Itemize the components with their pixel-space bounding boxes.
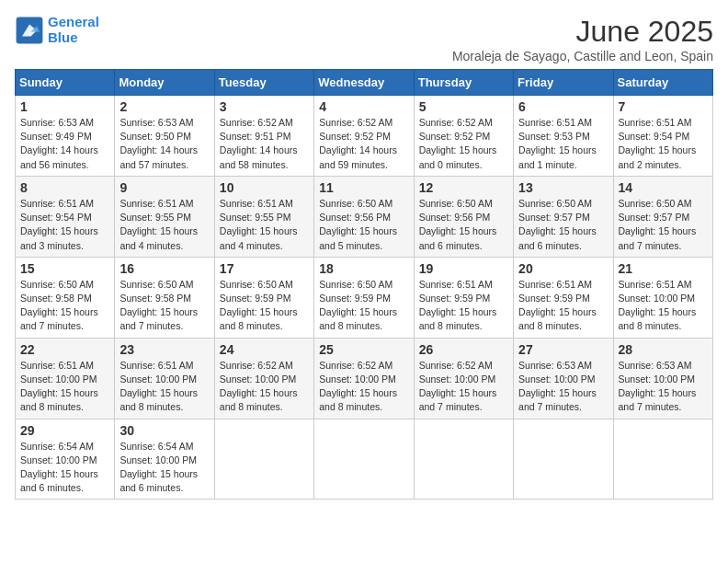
calendar-cell: 6Sunrise: 6:51 AM Sunset: 9:53 PM Daylig… — [514, 96, 613, 177]
day-info: Sunrise: 6:52 AM Sunset: 9:52 PM Dayligh… — [319, 116, 408, 172]
calendar-cell: 16Sunrise: 6:50 AM Sunset: 9:58 PM Dayli… — [115, 257, 214, 338]
calendar-cell: 26Sunrise: 6:52 AM Sunset: 10:00 PM Dayl… — [414, 338, 513, 419]
day-info: Sunrise: 6:52 AM Sunset: 9:52 PM Dayligh… — [419, 116, 508, 172]
day-number: 23 — [119, 342, 209, 357]
day-info: Sunrise: 6:51 AM Sunset: 9:59 PM Dayligh… — [518, 278, 608, 334]
calendar-cell: 28Sunrise: 6:53 AM Sunset: 10:00 PM Dayl… — [613, 338, 712, 419]
day-number: 4 — [319, 99, 408, 114]
day-header-tuesday: Tuesday — [214, 70, 313, 96]
day-info: Sunrise: 6:51 AM Sunset: 10:00 PM Daylig… — [119, 359, 209, 415]
day-info: Sunrise: 6:51 AM Sunset: 9:59 PM Dayligh… — [419, 278, 508, 334]
calendar-cell: 19Sunrise: 6:51 AM Sunset: 9:59 PM Dayli… — [414, 257, 513, 338]
day-info: Sunrise: 6:50 AM Sunset: 9:58 PM Dayligh… — [119, 278, 209, 334]
day-number: 27 — [518, 342, 608, 357]
day-info: Sunrise: 6:51 AM Sunset: 9:55 PM Dayligh… — [119, 197, 209, 253]
day-info: Sunrise: 6:51 AM Sunset: 9:54 PM Dayligh… — [619, 116, 708, 172]
calendar-cell: 9Sunrise: 6:51 AM Sunset: 9:55 PM Daylig… — [115, 176, 214, 257]
day-number: 20 — [518, 261, 608, 276]
day-info: Sunrise: 6:54 AM Sunset: 10:00 PM Daylig… — [20, 440, 109, 496]
day-info: Sunrise: 6:53 AM Sunset: 9:50 PM Dayligh… — [119, 116, 209, 172]
calendar-cell: 30Sunrise: 6:54 AM Sunset: 10:00 PM Dayl… — [115, 419, 214, 500]
day-number: 18 — [319, 261, 408, 276]
logo: General Blue — [15, 15, 99, 45]
logo-icon — [15, 16, 44, 45]
day-info: Sunrise: 6:53 AM Sunset: 10:00 PM Daylig… — [518, 359, 608, 415]
day-number: 5 — [419, 99, 508, 114]
day-info: Sunrise: 6:52 AM Sunset: 9:51 PM Dayligh… — [220, 116, 309, 172]
calendar-cell — [414, 419, 513, 500]
day-info: Sunrise: 6:52 AM Sunset: 10:00 PM Daylig… — [319, 359, 408, 415]
calendar-cell: 10Sunrise: 6:51 AM Sunset: 9:55 PM Dayli… — [214, 176, 313, 257]
calendar-cell: 11Sunrise: 6:50 AM Sunset: 9:56 PM Dayli… — [314, 176, 414, 257]
calendar-cell — [613, 419, 712, 500]
day-number: 16 — [119, 261, 209, 276]
calendar-header-row: SundayMondayTuesdayWednesdayThursdayFrid… — [16, 70, 713, 96]
calendar-cell: 25Sunrise: 6:52 AM Sunset: 10:00 PM Dayl… — [314, 338, 414, 419]
calendar-week-3: 15Sunrise: 6:50 AM Sunset: 9:58 PM Dayli… — [16, 257, 713, 338]
header: General Blue June 2025 Moraleja de Sayag… — [15, 15, 713, 63]
day-info: Sunrise: 6:50 AM Sunset: 9:59 PM Dayligh… — [220, 278, 309, 334]
day-info: Sunrise: 6:50 AM Sunset: 9:56 PM Dayligh… — [319, 197, 408, 253]
day-number: 30 — [119, 423, 209, 438]
calendar-cell — [214, 419, 313, 500]
calendar-cell: 22Sunrise: 6:51 AM Sunset: 10:00 PM Dayl… — [16, 338, 115, 419]
day-number: 24 — [220, 342, 309, 357]
calendar-week-4: 22Sunrise: 6:51 AM Sunset: 10:00 PM Dayl… — [16, 338, 713, 419]
calendar-cell: 12Sunrise: 6:50 AM Sunset: 9:56 PM Dayli… — [414, 176, 513, 257]
day-number: 22 — [20, 342, 109, 357]
day-info: Sunrise: 6:52 AM Sunset: 10:00 PM Daylig… — [220, 359, 309, 415]
calendar-cell: 18Sunrise: 6:50 AM Sunset: 9:59 PM Dayli… — [314, 257, 414, 338]
calendar-cell: 24Sunrise: 6:52 AM Sunset: 10:00 PM Dayl… — [214, 338, 313, 419]
day-info: Sunrise: 6:51 AM Sunset: 9:55 PM Dayligh… — [220, 197, 309, 253]
calendar-cell — [314, 419, 414, 500]
day-number: 13 — [518, 180, 608, 195]
day-info: Sunrise: 6:50 AM Sunset: 9:58 PM Dayligh… — [20, 278, 109, 334]
calendar-cell: 2Sunrise: 6:53 AM Sunset: 9:50 PM Daylig… — [115, 96, 214, 177]
day-header-thursday: Thursday — [414, 70, 513, 96]
calendar-cell: 23Sunrise: 6:51 AM Sunset: 10:00 PM Dayl… — [115, 338, 214, 419]
day-number: 11 — [319, 180, 408, 195]
calendar: SundayMondayTuesdayWednesdayThursdayFrid… — [15, 69, 713, 500]
title-area: June 2025 Moraleja de Sayago, Castille a… — [452, 15, 713, 63]
day-number: 21 — [619, 261, 708, 276]
day-number: 15 — [20, 261, 109, 276]
day-number: 3 — [220, 99, 309, 114]
day-header-monday: Monday — [115, 70, 214, 96]
day-info: Sunrise: 6:50 AM Sunset: 9:59 PM Dayligh… — [319, 278, 408, 334]
day-header-sunday: Sunday — [16, 70, 115, 96]
calendar-cell: 17Sunrise: 6:50 AM Sunset: 9:59 PM Dayli… — [214, 257, 313, 338]
calendar-cell: 21Sunrise: 6:51 AM Sunset: 10:00 PM Dayl… — [613, 257, 712, 338]
calendar-cell: 20Sunrise: 6:51 AM Sunset: 9:59 PM Dayli… — [514, 257, 613, 338]
day-info: Sunrise: 6:50 AM Sunset: 9:57 PM Dayligh… — [518, 197, 608, 253]
calendar-cell: 4Sunrise: 6:52 AM Sunset: 9:52 PM Daylig… — [314, 96, 414, 177]
calendar-cell: 3Sunrise: 6:52 AM Sunset: 9:51 PM Daylig… — [214, 96, 313, 177]
day-number: 14 — [619, 180, 708, 195]
day-number: 7 — [619, 99, 708, 114]
calendar-week-2: 8Sunrise: 6:51 AM Sunset: 9:54 PM Daylig… — [16, 176, 713, 257]
day-number: 26 — [419, 342, 508, 357]
day-info: Sunrise: 6:51 AM Sunset: 9:53 PM Dayligh… — [518, 116, 608, 172]
day-info: Sunrise: 6:50 AM Sunset: 9:56 PM Dayligh… — [419, 197, 508, 253]
day-number: 19 — [419, 261, 508, 276]
calendar-cell — [514, 419, 613, 500]
day-header-wednesday: Wednesday — [314, 70, 414, 96]
calendar-cell: 8Sunrise: 6:51 AM Sunset: 9:54 PM Daylig… — [16, 176, 115, 257]
logo-text: General Blue — [48, 15, 99, 45]
day-number: 8 — [20, 180, 109, 195]
day-info: Sunrise: 6:54 AM Sunset: 10:00 PM Daylig… — [119, 440, 209, 496]
day-number: 12 — [419, 180, 508, 195]
calendar-cell: 13Sunrise: 6:50 AM Sunset: 9:57 PM Dayli… — [514, 176, 613, 257]
calendar-week-5: 29Sunrise: 6:54 AM Sunset: 10:00 PM Dayl… — [16, 419, 713, 500]
day-number: 1 — [20, 99, 109, 114]
day-number: 17 — [220, 261, 309, 276]
day-info: Sunrise: 6:51 AM Sunset: 10:00 PM Daylig… — [20, 359, 109, 415]
day-info: Sunrise: 6:51 AM Sunset: 9:54 PM Dayligh… — [20, 197, 109, 253]
day-number: 10 — [220, 180, 309, 195]
day-number: 9 — [119, 180, 209, 195]
calendar-cell: 29Sunrise: 6:54 AM Sunset: 10:00 PM Dayl… — [16, 419, 115, 500]
calendar-cell: 27Sunrise: 6:53 AM Sunset: 10:00 PM Dayl… — [514, 338, 613, 419]
calendar-cell: 1Sunrise: 6:53 AM Sunset: 9:49 PM Daylig… — [16, 96, 115, 177]
location-title: Moraleja de Sayago, Castille and Leon, S… — [452, 49, 713, 63]
day-number: 2 — [119, 99, 209, 114]
day-info: Sunrise: 6:50 AM Sunset: 9:57 PM Dayligh… — [619, 197, 708, 253]
